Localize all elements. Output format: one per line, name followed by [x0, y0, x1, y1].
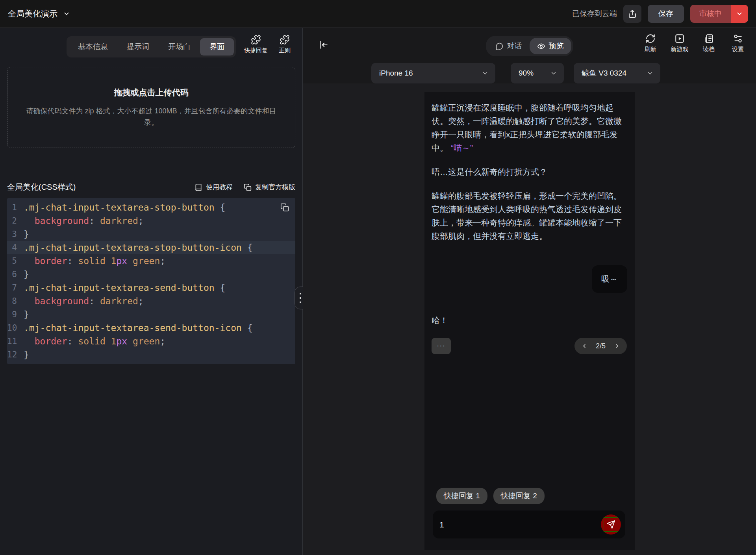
code-line[interactable]: 12} — [7, 348, 295, 361]
upload-description: 请确保代码文件为 zip 格式，大小不超过 100MB，并且包含所有必要的文件和… — [19, 105, 283, 128]
user-message-row: 吸～ — [432, 265, 628, 293]
code-line[interactable]: 5 border: solid 1px green; — [7, 254, 295, 268]
tutorial-button-label: 使用教程 — [206, 183, 233, 192]
copy-icon — [244, 183, 252, 191]
project-title-menu[interactable]: 全局美化演示 — [8, 8, 70, 19]
ai-message-paragraph: 罐罐正沉浸在深度睡眠中，腹部随着呼吸均匀地起伏。突然，一阵温暖的触感打断了它的美… — [432, 101, 628, 155]
user-message-bubble: 吸～ — [592, 265, 627, 293]
chat-input[interactable]: 1 — [433, 511, 625, 538]
chevron-left-icon[interactable] — [581, 343, 587, 349]
line-number: 4 — [7, 243, 24, 252]
line-number: 8 — [7, 296, 24, 306]
code-line[interactable]: 1.mj-chat-input-textarea-stop-button { — [7, 201, 295, 214]
message-controls-row: ··· 2/5 — [432, 338, 628, 354]
more-options-button[interactable]: ··· — [432, 338, 451, 354]
puzzle-icon — [251, 35, 261, 45]
line-number: 5 — [7, 256, 24, 266]
editor-tabs: 基本信息 提示词 开场白 界面 — [67, 36, 236, 57]
archive-document-icon — [704, 33, 714, 44]
code-line[interactable]: 8 background: darkred; — [7, 294, 295, 308]
line-number: 9 — [7, 310, 24, 319]
ai-message-quote: “喵～” — [451, 143, 473, 152]
copy-template-button-label: 复制官方模版 — [255, 183, 295, 192]
ai-reply-text: 哈！ — [432, 315, 628, 326]
tab-interface[interactable]: 界面 — [200, 38, 234, 56]
model-select[interactable]: 鲸鱼 V3 0324 — [574, 63, 660, 83]
code-line[interactable]: 2 background: darkred; — [7, 214, 295, 228]
editor-panel: 基本信息 提示词 开场白 界面 快捷回复 正则 拖拽或点击上传代码 请确保代码文… — [0, 28, 302, 555]
code-line[interactable]: 7.mj-chat-input-textarea-send-button { — [7, 281, 295, 294]
collapse-panel-button[interactable] — [319, 40, 329, 50]
line-number: 11 — [7, 337, 24, 346]
preview-mode-toggle: 对话 预览 — [486, 36, 573, 56]
mode-chat[interactable]: 对话 — [488, 38, 530, 54]
new-game-label: 新游戏 — [671, 46, 689, 53]
line-number: 3 — [7, 229, 24, 239]
css-section-title: 全局美化(CSS样式) — [7, 182, 76, 192]
load-save-label: 读档 — [703, 46, 715, 53]
chevron-down-icon — [63, 10, 70, 17]
quick-reply-button-1[interactable]: 快捷回复 1 — [436, 488, 487, 504]
regex-tool[interactable]: 正则 — [279, 35, 291, 54]
review-dropdown-button[interactable] — [731, 5, 748, 23]
phone-preview: 罐罐正沉浸在深度睡眠中，腹部随着呼吸均匀地起伏。突然，一阵温暖的触感打断了它的美… — [424, 92, 635, 550]
page-indicator: 2/5 — [596, 342, 606, 350]
tab-prompt[interactable]: 提示词 — [117, 38, 159, 56]
css-section-actions: 使用教程 复制官方模版 — [195, 183, 295, 192]
quick-reply-tool[interactable]: 快捷回复 — [244, 35, 268, 54]
share-icon — [628, 9, 637, 18]
quick-replies: 快捷回复 1 快捷回复 2 — [436, 488, 625, 504]
refresh-label: 刷新 — [645, 46, 656, 53]
tutorial-button[interactable]: 使用教程 — [195, 183, 233, 192]
upload-dropzone[interactable]: 拖拽或点击上传代码 请确保代码文件为 zip 格式，大小不超过 100MB，并且… — [7, 67, 295, 148]
copy-code-button[interactable] — [280, 203, 289, 212]
collapse-left-icon — [319, 40, 329, 50]
settings-button[interactable]: 设置 — [728, 33, 747, 53]
review-status-button[interactable]: 审核中 — [690, 5, 731, 23]
upload-title: 拖拽或点击上传代码 — [114, 87, 189, 98]
code-lines: 1.mj-chat-input-textarea-stop-button {2 … — [7, 201, 295, 361]
message-pagination: 2/5 — [574, 338, 627, 354]
send-icon-frame — [604, 517, 618, 532]
model-select-value: 鲸鱼 V3 0324 — [582, 68, 626, 78]
eye-icon — [537, 42, 545, 50]
chat-input-value: 1 — [439, 520, 444, 529]
chevron-right-icon[interactable] — [614, 343, 620, 349]
send-button[interactable] — [601, 514, 621, 535]
code-line[interactable]: 6} — [7, 268, 295, 281]
preview-actions: 刷新 新游戏 读档 设置 — [641, 33, 747, 53]
refresh-button[interactable]: 刷新 — [641, 33, 660, 53]
preview-header: 对话 预览 刷新 新游戏 — [303, 28, 756, 63]
topbar: 全局美化演示 已保存到云端 保存 审核中 — [0, 0, 756, 28]
code-line[interactable]: 11 border: solid 1px green; — [7, 335, 295, 348]
settings-label: 设置 — [732, 46, 744, 53]
settings-sliders-icon — [733, 33, 743, 44]
play-square-icon — [674, 33, 685, 44]
share-button[interactable] — [623, 5, 641, 23]
review-split-button: 审核中 — [690, 5, 748, 23]
line-number: 6 — [7, 270, 24, 279]
editor-tools: 快捷回复 正则 — [244, 35, 291, 54]
code-line[interactable]: 4.mj-chat-input-textarea-stop-button-ico… — [7, 241, 295, 254]
css-code-editor[interactable]: 1.mj-chat-input-textarea-stop-button {2 … — [7, 198, 295, 364]
quick-reply-button-2[interactable]: 快捷回复 2 — [493, 488, 545, 504]
save-button[interactable]: 保存 — [648, 5, 684, 23]
load-save-button[interactable]: 读档 — [699, 33, 718, 53]
code-line[interactable]: 10.mj-chat-input-textarea-send-button-ic… — [7, 321, 295, 335]
tab-basic-info[interactable]: 基本信息 — [69, 38, 117, 56]
code-line[interactable]: 3} — [7, 228, 295, 241]
mode-preview[interactable]: 预览 — [530, 38, 571, 54]
mode-preview-label: 预览 — [549, 41, 564, 51]
device-select[interactable]: iPhone 16 — [371, 63, 495, 83]
copy-template-button[interactable]: 复制官方模版 — [244, 183, 295, 192]
new-game-button[interactable]: 新游戏 — [670, 33, 689, 53]
quick-reply-tool-label: 快捷回复 — [244, 47, 268, 54]
paper-plane-icon — [606, 520, 615, 529]
zoom-select[interactable]: 90% — [511, 63, 564, 83]
code-line[interactable]: 9} — [7, 308, 295, 321]
page-title: 全局美化演示 — [8, 8, 57, 19]
book-icon — [195, 183, 202, 191]
device-select-value: iPhone 16 — [379, 69, 413, 78]
ai-message-paragraph: 罐罐的腹部毛发被轻轻压扁，形成一个完美的凹陷。它能清晰地感受到人类呼吸的热气透过… — [432, 189, 628, 243]
tab-opening[interactable]: 开场白 — [159, 38, 200, 56]
